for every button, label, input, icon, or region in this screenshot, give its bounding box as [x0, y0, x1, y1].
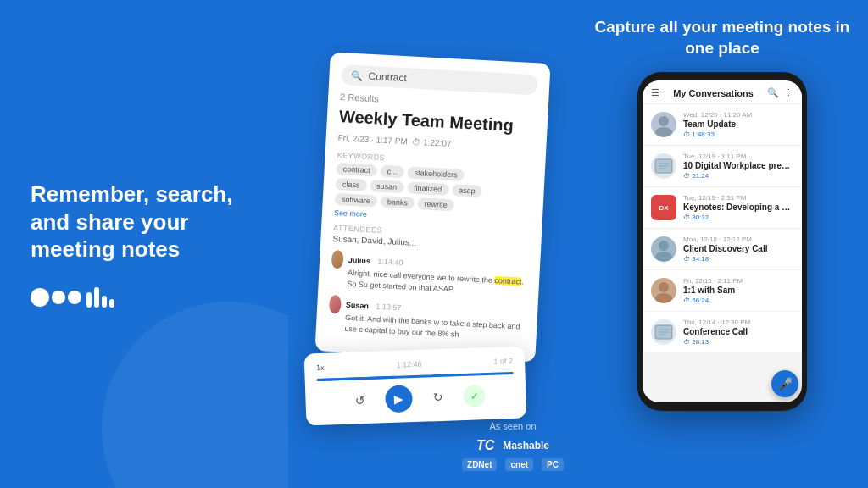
zdnet-logo: ZDNet: [462, 458, 497, 471]
convo-duration-4: ⏱ 56:24: [683, 297, 793, 304]
convo-date-1: Tue, 12/19 · 3:11 PM: [683, 152, 793, 160]
julius-time: 1:14:40: [377, 258, 403, 268]
julius-avatar: [331, 250, 344, 269]
logo-circle-3: [68, 291, 81, 304]
conversation-list: Wed, 12/20 · 11:20 AM Team Update ⏱ 1:48…: [643, 104, 802, 353]
mic-fab-button[interactable]: 🎤: [771, 370, 798, 397]
convo-avatar-1: [651, 153, 676, 179]
svg-point-0: [659, 116, 669, 126]
convo-date-2: Tue, 12/19 · 2:31 PM: [683, 194, 793, 202]
kw-finalized: finalized: [407, 181, 449, 196]
svg-point-1: [655, 127, 672, 137]
progress-bar-fill: [317, 376, 396, 381]
audio-player-card: 1x 1:12:46 1 of 2 ↺ ▶ ↻ ✓: [304, 346, 527, 425]
logo-bar-2: [94, 287, 99, 308]
otter-logo: [31, 287, 258, 308]
press-logos-top: TC Mashable: [449, 438, 576, 453]
convo-item-4[interactable]: Fri, 12/15 · 2:11 PM 1:1 with Sam ⏱ 56:2…: [643, 270, 802, 312]
convo-duration-0: ⏱ 1:48:33: [683, 130, 793, 138]
susan-speech: Got it. And with the banks w to take a s…: [344, 313, 525, 343]
player-bar-row: 1x 1:12:46 1 of 2: [316, 357, 513, 372]
kw-stakeholders: stakeholders: [407, 166, 465, 180]
convo-title-4: 1:1 with Sam: [683, 286, 793, 295]
search-query: Contract: [368, 70, 407, 84]
check-button[interactable]: ✓: [463, 385, 486, 408]
search-icon: 🔍: [351, 69, 364, 81]
convo-title-5: Conference Call: [683, 327, 793, 336]
svg-point-8: [659, 282, 669, 292]
kw-rewrite: rewrite: [417, 197, 454, 211]
susan-name: Susan: [346, 301, 370, 310]
hamburger-icon[interactable]: ☰: [651, 87, 659, 98]
phone-mockup: ☰ My Conversations 🔍 ⋮: [637, 72, 807, 411]
meeting-title: Weekly Team Meeting: [338, 107, 536, 136]
logo-circle-1: [31, 288, 49, 307]
settings-header-icon[interactable]: ⋮: [784, 87, 793, 98]
convo-info-0: Wed, 12/20 · 11:20 AM Team Update ⏱ 1:48…: [683, 111, 793, 138]
keywords-section: KEYWORDS contract c... stakeholders clas…: [334, 151, 534, 227]
convo-item-3[interactable]: Mon, 12/18 · 12:12 PM Client Discovery C…: [643, 229, 802, 270]
middle-panel: 🔍 Contract 2 Results Weekly Team Meeting…: [288, 0, 576, 488]
convo-date-0: Wed, 12/20 · 11:20 AM: [683, 111, 793, 119]
kw-class: class: [335, 178, 366, 191]
player-count: 1 of 2: [493, 357, 513, 366]
kw-asap: asap: [452, 184, 482, 197]
kw-banks: banks: [380, 196, 415, 209]
rewind-button[interactable]: ↺: [346, 386, 374, 414]
search-bar[interactable]: 🔍 Contract: [341, 64, 538, 95]
cards-container: 🔍 Contract 2 Results Weekly Team Meeting…: [305, 66, 559, 422]
attendees-section: ATTENDEES Susan, David, Julius...: [332, 224, 530, 253]
as-seen-label: As seen on: [449, 421, 576, 431]
susan-transcript: Susan 1:13:57 Got it. And with the banks…: [328, 295, 526, 343]
convo-title-0: Team Update: [683, 119, 793, 129]
convo-avatar-2: DX: [651, 195, 676, 220]
convo-item-5[interactable]: Thu, 12/14 · 12:30 PM Conference Call ⏱ …: [643, 312, 802, 353]
player-speed: 1x: [316, 363, 325, 372]
kw-contract: contract: [336, 163, 377, 176]
convo-item-2[interactable]: DX Tue, 12/19 · 2:31 PM Keynotes: Develo…: [643, 187, 802, 229]
highlight-contract: contract: [494, 276, 521, 286]
convo-duration-5: ⏱ 28:13: [683, 338, 793, 346]
svg-point-6: [659, 241, 669, 251]
as-seen-on-section: As seen on TC Mashable ZDNet cnet PC: [449, 421, 576, 471]
player-controls: ↺ ▶ ↻ ✓: [317, 381, 515, 415]
convo-info-2: Tue, 12/19 · 2:31 PM Keynotes: Developin…: [683, 194, 793, 221]
meeting-detail-card: 🔍 Contract 2 Results Weekly Team Meeting…: [314, 52, 550, 362]
client-avatar-img: [651, 236, 676, 262]
convo-title-1: 10 Digital Workplace predi...: [683, 161, 793, 170]
forward-button[interactable]: ↻: [424, 384, 452, 412]
player-time: 1:12:46: [396, 360, 421, 369]
convo-avatar-3: [651, 236, 676, 262]
conference-avatar-img: [651, 319, 676, 345]
convo-duration-3: ⏱ 34:18: [683, 255, 793, 263]
susan-avatar: [329, 295, 342, 314]
convo-item-1[interactable]: Tue, 12/19 · 3:11 PM 10 Digital Workplac…: [643, 146, 802, 187]
logo-bars: [86, 287, 114, 308]
progress-bar[interactable]: [317, 372, 514, 381]
convo-title-3: Client Discovery Call: [683, 244, 793, 253]
julius-transcript: Julius 1:14:40 Alright, nice call everyo…: [330, 250, 528, 298]
phone-screen-title: My Conversations: [659, 88, 767, 98]
julius-speech: Alright, nice call everyone we to rewrit…: [347, 268, 527, 298]
digital-avatar-img: [651, 153, 676, 179]
convo-info-3: Mon, 12/18 · 12:12 PM Client Discovery C…: [683, 236, 793, 263]
keynote-initials: DX: [659, 204, 668, 212]
phone-screen: ☰ My Conversations 🔍 ⋮: [643, 80, 802, 402]
convo-item-0[interactable]: Wed, 12/20 · 11:20 AM Team Update ⏱ 1:48…: [643, 104, 802, 146]
right-tagline: Capture all your meeting notes in one pl…: [590, 17, 854, 58]
convo-title-2: Keynotes: Developing a Cu...: [683, 202, 793, 212]
kw-susan: susan: [370, 180, 404, 193]
svg-point-7: [655, 252, 672, 262]
convo-duration-2: ⏱ 30:32: [683, 214, 793, 221]
convo-avatar-5: [651, 319, 676, 345]
logo-bar-3: [102, 296, 107, 308]
convo-duration-1: ⏱ 51:24: [683, 172, 793, 180]
play-button[interactable]: ▶: [385, 385, 413, 413]
convo-info-5: Thu, 12/14 · 12:30 PM Conference Call ⏱ …: [683, 319, 793, 346]
logo-bar-1: [86, 292, 92, 308]
phone-header: ☰ My Conversations 🔍 ⋮: [643, 80, 802, 104]
search-header-icon[interactable]: 🔍: [767, 87, 779, 98]
mashable-logo: Mashable: [503, 440, 549, 452]
right-panel: Capture all your meeting notes in one pl…: [576, 0, 868, 488]
convo-avatar-0: [651, 112, 676, 137]
